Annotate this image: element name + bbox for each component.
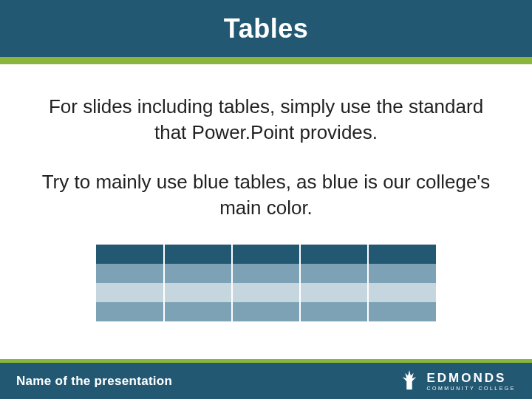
table-cell [232,264,300,283]
logo-name: EDMONDS [426,372,516,384]
accent-line [0,57,532,64]
table-cell [232,302,300,321]
presentation-name: Name of the presentation [16,374,172,389]
table-cell [96,302,164,321]
table-cell [232,283,300,302]
paragraph-1: For slides including tables, simply use … [37,94,495,146]
table-header-cell [300,245,368,264]
table-row [96,302,436,321]
slide-title: Tables [224,13,308,44]
table-row [96,283,436,302]
table-cell [300,283,368,302]
table-header-row [96,245,436,264]
table-header-cell [96,245,164,264]
table-cell [368,302,436,321]
table-header-cell [368,245,436,264]
table-cell [96,283,164,302]
table-header-cell [232,245,300,264]
slide: Tables For slides including tables, simp… [0,0,532,399]
footer-bar: Name of the presentation EDMONDS COMMUNI… [0,359,532,399]
table-cell [164,264,232,283]
table-cell [164,302,232,321]
table-header-cell [164,245,232,264]
table-cell [300,264,368,283]
slide-content: For slides including tables, simply use … [0,64,532,321]
paragraph-2: Try to mainly use blue tables, as blue i… [37,169,495,221]
table-cell [368,283,436,302]
title-bar: Tables [0,0,532,57]
logo-text: EDMONDS COMMUNITY COLLEGE [426,372,516,391]
table-cell [300,302,368,321]
table-row [96,264,436,283]
table-cell [96,264,164,283]
edmonds-logo: EDMONDS COMMUNITY COLLEGE [398,369,516,394]
example-table [96,245,436,321]
table-cell [368,264,436,283]
trident-icon [398,369,420,394]
table-cell [164,283,232,302]
logo-subtitle: COMMUNITY COLLEGE [426,386,516,391]
